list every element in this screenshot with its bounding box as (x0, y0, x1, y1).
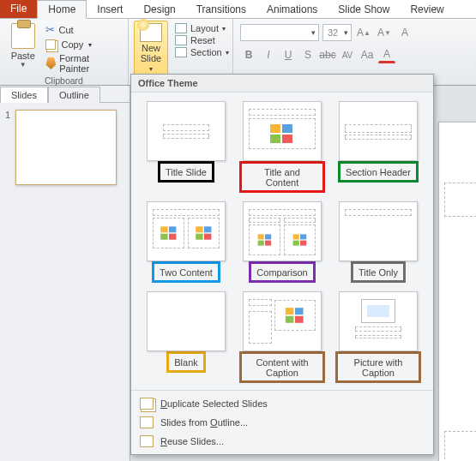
duplicate-icon (140, 398, 154, 410)
tab-slideshow[interactable]: Slide Show (328, 1, 400, 18)
clear-format-button[interactable]: A (396, 24, 413, 41)
layout-thumb (339, 291, 418, 351)
font-color-button[interactable]: A (378, 46, 395, 63)
cut-label: Cut (58, 25, 73, 35)
layout-thumb (339, 101, 418, 161)
copy-icon (45, 39, 56, 50)
char-spacing-button[interactable]: AV (339, 46, 356, 63)
ribbon-tabs: File Home Insert Design Transitions Anim… (0, 0, 476, 19)
italic-button[interactable]: I (260, 46, 277, 63)
tab-review[interactable]: Review (400, 1, 454, 18)
slide-canvas[interactable] (438, 122, 476, 461)
change-case-button[interactable]: Aa (359, 46, 376, 63)
layout-icon (175, 23, 187, 33)
layout-option-title-and-content[interactable]: Title and Content (239, 101, 325, 193)
new-slide-icon (140, 23, 162, 42)
reset-button[interactable]: Reset (173, 35, 231, 45)
grow-font-button[interactable]: A▲ (355, 24, 372, 41)
slides-pane: Slides Outline 1 (0, 86, 130, 461)
layout-label: Section Header (338, 161, 419, 183)
cut-button[interactable]: ✂Cut (44, 22, 123, 37)
new-slide-label-1: New (142, 43, 160, 53)
reuse-slides-item[interactable]: Reuse Slides... (131, 432, 433, 451)
pane-tab-outline[interactable]: Outline (48, 87, 100, 103)
section-label: Section (190, 47, 222, 57)
format-painter-label: Format Painter (59, 53, 121, 74)
copy-button[interactable]: Copy▾ (44, 39, 123, 51)
reuse-label: euse Slides... (167, 436, 224, 446)
layout-label: Picture with Caption (335, 351, 421, 383)
layout-label: Layout (190, 23, 219, 33)
tab-design[interactable]: Design (133, 1, 185, 18)
format-painter-button[interactable]: Format Painter (44, 52, 123, 75)
paste-icon (11, 23, 35, 49)
strike-button[interactable]: abc (319, 46, 336, 63)
group-clipboard: Paste ▼ ✂Cut Copy▾ Format Painter Clipbo… (0, 19, 129, 85)
title-placeholder[interactable] (444, 183, 476, 217)
chevron-down-icon: ▾ (149, 65, 153, 73)
chevron-down-icon: ▾ (88, 41, 92, 49)
outline-icon (140, 416, 154, 428)
copy-label: Copy (61, 39, 83, 50)
layout-option-comparison[interactable]: Comparison (239, 201, 325, 283)
slide-number: 1 (5, 110, 10, 185)
layout-option-title-slide[interactable]: Title Slide (143, 101, 229, 193)
layout-thumb (339, 201, 418, 261)
layout-label: Blank (166, 351, 206, 373)
tab-insert[interactable]: Insert (87, 1, 133, 18)
new-slide-label-2: Slide (141, 53, 161, 63)
brush-icon (45, 57, 56, 69)
layout-label: Comparison (249, 261, 315, 283)
duplicate-slides-item[interactable]: Duplicate Selected Slides (131, 394, 433, 413)
tab-home[interactable]: Home (37, 0, 87, 19)
paste-button[interactable]: Paste ▼ (5, 21, 40, 75)
layout-thumb (243, 201, 322, 261)
bold-button[interactable]: B (240, 46, 257, 63)
chevron-down-icon: ▼ (20, 61, 27, 69)
layout-label: Title and Content (239, 161, 325, 193)
layout-thumb (147, 201, 226, 261)
layout-label: Title Only (351, 261, 406, 283)
tab-transitions[interactable]: Transitions (186, 1, 256, 18)
reuse-icon (140, 435, 154, 447)
slide-thumb-row[interactable]: 1 (0, 103, 130, 192)
duplicate-label: uplicate Selected Slides (167, 398, 268, 409)
section-icon (175, 47, 187, 57)
content-placeholder[interactable] (444, 431, 476, 461)
layout-thumb (243, 291, 322, 351)
layout-label: Two Content (152, 261, 220, 283)
pane-tab-slides[interactable]: Slides (0, 87, 48, 103)
section-button[interactable]: Section▾ (173, 47, 231, 57)
reset-label: Reset (190, 35, 215, 45)
layout-option-two-content[interactable]: Two Content (143, 201, 229, 283)
gallery-header: Office Theme (131, 75, 433, 93)
layout-button[interactable]: Layout▾ (173, 23, 231, 33)
layout-option-content-with-caption[interactable]: Content with Caption (239, 291, 325, 383)
font-size-combo[interactable]: 32 (322, 24, 352, 41)
shadow-button[interactable]: S (299, 46, 316, 63)
underline-button[interactable]: U (280, 46, 297, 63)
tab-animations[interactable]: Animations (256, 1, 328, 18)
chevron-down-icon: ▾ (226, 49, 229, 57)
layout-label: Title Slide (158, 161, 214, 183)
layout-option-blank[interactable]: Blank (143, 291, 229, 383)
scissors-icon: ✂ (45, 23, 55, 36)
layout-option-title-only[interactable]: Title Only (335, 201, 421, 283)
font-family-combo[interactable] (240, 24, 319, 41)
layout-option-section-header[interactable]: Section Header (335, 101, 421, 193)
new-slide-gallery: Office Theme Title SlideTitle and Conten… (130, 74, 434, 455)
layout-thumb (147, 291, 226, 351)
layout-option-picture-with-caption[interactable]: Picture with Caption (335, 291, 421, 383)
slide-thumbnail[interactable] (15, 110, 117, 185)
tab-file[interactable]: File (0, 0, 37, 18)
reset-icon (175, 35, 187, 45)
chevron-down-icon: ▾ (222, 25, 226, 33)
shrink-font-button[interactable]: A▼ (376, 24, 393, 41)
layout-label: Content with Caption (239, 351, 325, 383)
layout-thumb (147, 101, 226, 161)
paste-label: Paste (11, 51, 35, 61)
slides-from-outline-item[interactable]: Slides from Outline... (131, 413, 433, 432)
layout-thumb (243, 101, 322, 161)
